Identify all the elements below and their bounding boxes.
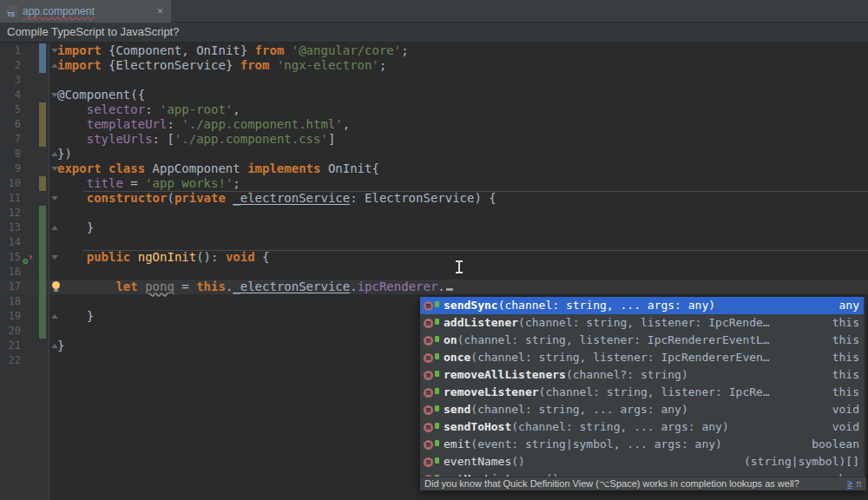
compile-typescript-banner[interactable]: Compile TypeScript to JavaScript?	[0, 23, 868, 43]
code-line[interactable]: selector: 'app-root',	[49, 102, 868, 117]
line-number: 10	[0, 176, 21, 191]
fold-marker-icon[interactable]	[51, 152, 58, 156]
method-icon: m	[424, 336, 433, 345]
code-token: =	[123, 176, 145, 190]
close-icon[interactable]: ×	[155, 6, 165, 16]
gutter-row: 20	[0, 324, 49, 339]
completion-item[interactable]: mon(channel: string, listener: IpcRender…	[420, 332, 866, 349]
gutter-row: 1	[0, 43, 49, 58]
code-line[interactable]	[49, 73, 868, 88]
fold-marker-icon[interactable]	[51, 255, 58, 260]
gutter-row: 4	[0, 88, 49, 102]
code-line[interactable]: public ngOnInit(): void {	[49, 250, 868, 265]
intention-lightbulb-icon[interactable]	[52, 281, 61, 293]
completion-item[interactable]: mremoveListener(channel: string, listene…	[420, 384, 866, 401]
code-token: ,	[343, 117, 350, 131]
code-token: private	[174, 191, 233, 205]
typescript-marker-icon	[435, 336, 439, 342]
completion-params: (channel: string, listener: IpcRende…	[518, 314, 770, 332]
gutter-row: 11	[0, 191, 49, 206]
completion-item[interactable]: memit(event: string|symbol, ... args: an…	[420, 436, 866, 453]
code-token: './app.component.css'	[174, 132, 328, 146]
completion-params: (channel: string, listener: IpcRe…	[539, 384, 770, 401]
line-number: 16	[0, 265, 21, 280]
code-token: constructor	[87, 191, 168, 205]
tab-label: app.component	[23, 5, 95, 17]
code-line[interactable]: styleUrls: ['./app.component.css']	[49, 132, 868, 147]
code-token: 'app works!'	[145, 176, 233, 190]
line-number: 4	[0, 88, 21, 102]
gutter-row: 15o↑	[0, 250, 49, 265]
code-line[interactable]	[49, 206, 868, 220]
code-token: ]	[328, 132, 335, 146]
code-line[interactable]	[49, 265, 868, 280]
completion-return-type: boolean	[812, 436, 859, 453]
line-number: 18	[0, 294, 21, 309]
hint-text: Did you know that Quick Definition View …	[424, 477, 799, 490]
fold-marker-icon[interactable]	[51, 167, 58, 171]
completion-item[interactable]: meventNames()(string|symbol)[]	[420, 453, 866, 470]
code-token: selector	[87, 102, 145, 116]
completion-item[interactable]: msendSync(channel: string, ... args: any…	[420, 297, 866, 314]
gutter-row: 9	[0, 161, 49, 176]
completion-params: (channel: string, ... args: any)	[470, 401, 687, 418]
gutter: 123456789101112131415o↑16171819202122	[0, 43, 49, 500]
sort-alphabetically-icon[interactable]: ≥	[847, 477, 852, 490]
line-number: 11	[0, 191, 21, 206]
vcs-change-marker	[39, 176, 46, 191]
vcs-change-marker	[39, 102, 46, 117]
code-line[interactable]: export class AppComponent implements OnI…	[49, 161, 868, 176]
code-line[interactable]	[49, 235, 868, 250]
fold-marker-icon[interactable]	[51, 314, 58, 319]
completion-name: emit	[444, 436, 470, 453]
fold-marker-icon[interactable]	[51, 226, 58, 230]
vcs-change-marker	[39, 58, 46, 73]
completion-item[interactable]: msend(channel: string, ... args: any)voi…	[420, 401, 866, 418]
gutter-row: 21	[0, 339, 49, 353]
code-token: }	[57, 309, 94, 323]
code-token: let	[115, 280, 145, 293]
code-line[interactable]: import {ElectronService} from 'ngx-elect…	[49, 58, 868, 73]
completion-item[interactable]: mremoveAllListeners(channel?: string)thi…	[420, 366, 866, 384]
completion-return-type: void	[832, 401, 859, 418]
vcs-change-marker	[39, 309, 46, 324]
banner-text: Compile TypeScript to JavaScript?	[7, 25, 179, 38]
code-token	[57, 176, 87, 190]
code-token: import	[57, 43, 108, 57]
code-line[interactable]: templateUrl: './app.component.html',	[49, 117, 868, 132]
fold-marker-icon[interactable]	[51, 93, 58, 97]
completion-item[interactable]: maddListener(channel: string, listener: …	[420, 314, 866, 332]
code-token: : [	[153, 132, 174, 146]
code-line[interactable]: let pong = this._electronService.ipcRend…	[49, 280, 868, 294]
method-icon: m	[424, 440, 433, 450]
code-token: =	[174, 280, 196, 293]
code-line[interactable]: }	[49, 220, 868, 235]
gutter-row: 3	[0, 73, 49, 88]
line-number: 1	[0, 43, 21, 58]
code-token: ;	[401, 43, 408, 57]
fold-marker-icon[interactable]	[51, 49, 58, 53]
gutter-row: 16	[0, 265, 49, 280]
completion-item[interactable]: monce(channel: string, listener: IpcRend…	[420, 349, 866, 366]
completion-return-type: this	[832, 384, 859, 401]
line-number: 12	[0, 206, 21, 220]
completion-item[interactable]: msendToHost(channel: string, ... args: a…	[420, 418, 866, 436]
code-line[interactable]: constructor(private _electronService: El…	[49, 191, 868, 206]
completion-params: (channel: string, ... args: any)	[498, 297, 715, 314]
line-number: 14	[0, 235, 21, 250]
code-line[interactable]: })	[49, 147, 868, 161]
fold-marker-icon[interactable]	[51, 63, 58, 68]
gutter-row: 22	[0, 353, 49, 368]
line-number: 5	[0, 102, 21, 117]
method-icon: m	[424, 405, 433, 415]
code-line[interactable]: import {Component, OnInit} from '@angula…	[49, 43, 868, 58]
completion-return-type: any	[839, 297, 859, 314]
vcs-change-marker	[39, 220, 46, 235]
fold-marker-icon[interactable]	[51, 344, 58, 348]
code-line[interactable]: title = 'app works!';	[49, 176, 868, 191]
code-token	[57, 191, 87, 205]
typescript-marker-icon	[435, 353, 439, 359]
tab-app-component[interactable]: app.component ×	[0, 0, 171, 23]
fold-marker-icon[interactable]	[51, 196, 58, 201]
code-line[interactable]: @Component({	[49, 88, 868, 102]
